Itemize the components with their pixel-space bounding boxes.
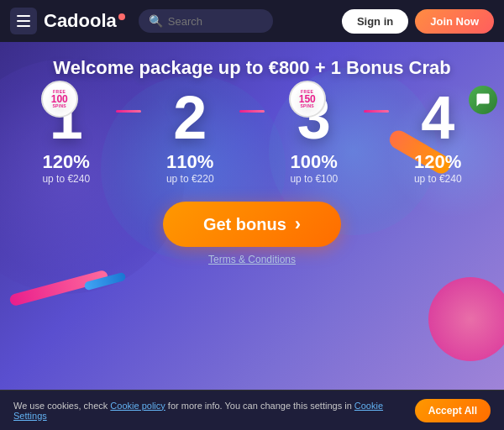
badge-spins-3: SPINS bbox=[300, 104, 314, 108]
cookie-text-middle: for more info. You can change this setti… bbox=[165, 401, 354, 411]
step-2: 2 110% up to €220 bbox=[141, 87, 240, 185]
step-2-upto: up to €220 bbox=[166, 173, 214, 185]
step-3-info: 100% up to €100 bbox=[290, 151, 338, 185]
step-2-number: 2 bbox=[173, 87, 207, 148]
step-2-percent: 110% bbox=[166, 151, 214, 173]
step-1-badge: FREE 100 SPINS bbox=[41, 81, 78, 118]
steps-container: FREE 100 SPINS 1 120% up to €240 2 110% … bbox=[0, 87, 504, 185]
connector-2-3 bbox=[239, 110, 265, 113]
badge-spins-1: SPINS bbox=[52, 104, 66, 108]
terms-link[interactable]: Terms & Conditions bbox=[208, 254, 296, 265]
logo: Cadoola bbox=[44, 10, 125, 32]
search-input[interactable] bbox=[168, 15, 263, 28]
step-3: FREE 150 SPINS 3 100% up to €100 bbox=[265, 87, 364, 185]
bonus-section: Get bonus › Terms & Conditions bbox=[0, 202, 504, 265]
search-icon: 🔍 bbox=[149, 14, 163, 28]
signin-button[interactable]: Sign in bbox=[342, 9, 408, 34]
logo-dot bbox=[118, 13, 125, 20]
cookie-text: We use cookies, check Cookie policy for … bbox=[13, 401, 407, 421]
deco-coral-circle bbox=[428, 277, 504, 361]
accept-all-button[interactable]: Accept All bbox=[415, 399, 491, 422]
logo-text: Cadoola bbox=[44, 10, 117, 32]
step-1-percent: 120% bbox=[42, 151, 90, 173]
step-4-number: 4 bbox=[421, 87, 454, 148]
connector-3-4 bbox=[364, 110, 389, 113]
banner: Welcome package up to €800 + 1 Bonus Cra… bbox=[0, 42, 504, 395]
step-1-number: FREE 100 SPINS 1 bbox=[50, 87, 83, 148]
get-bonus-button[interactable]: Get bonus › bbox=[163, 202, 341, 247]
step-4-info: 120% up to €240 bbox=[414, 151, 462, 185]
step-3-number: FREE 150 SPINS 3 bbox=[297, 87, 331, 148]
step-1-info: 120% up to €240 bbox=[42, 151, 90, 185]
step-4: 4 120% up to €240 bbox=[389, 87, 488, 185]
menu-button[interactable] bbox=[10, 8, 37, 34]
step-1: FREE 100 SPINS 1 120% up to €240 bbox=[17, 87, 116, 185]
step-2-info: 110% up to €220 bbox=[166, 151, 214, 185]
step-4-upto: up to €240 bbox=[414, 173, 462, 185]
cookie-banner: We use cookies, check Cookie policy for … bbox=[0, 390, 504, 430]
header: Cadoola 🔍 Sign in Join Now bbox=[0, 0, 504, 42]
header-buttons: Sign in Join Now bbox=[342, 9, 494, 34]
cookie-text-before: We use cookies, check bbox=[13, 401, 110, 411]
banner-title: Welcome package up to €800 + 1 Bonus Cra… bbox=[0, 42, 504, 79]
get-bonus-label: Get bonus bbox=[203, 215, 286, 234]
arrow-icon: › bbox=[295, 213, 301, 235]
step-3-percent: 100% bbox=[290, 151, 338, 173]
step-3-upto: up to €100 bbox=[290, 173, 338, 185]
connector-1-2 bbox=[116, 110, 141, 113]
joinnow-button[interactable]: Join Now bbox=[415, 9, 494, 34]
step-1-upto: up to €240 bbox=[42, 173, 90, 185]
search-bar[interactable]: 🔍 bbox=[139, 9, 273, 33]
step-3-badge: FREE 150 SPINS bbox=[289, 81, 326, 118]
cookie-policy-link[interactable]: Cookie policy bbox=[110, 401, 165, 411]
step-4-percent: 120% bbox=[414, 151, 462, 173]
